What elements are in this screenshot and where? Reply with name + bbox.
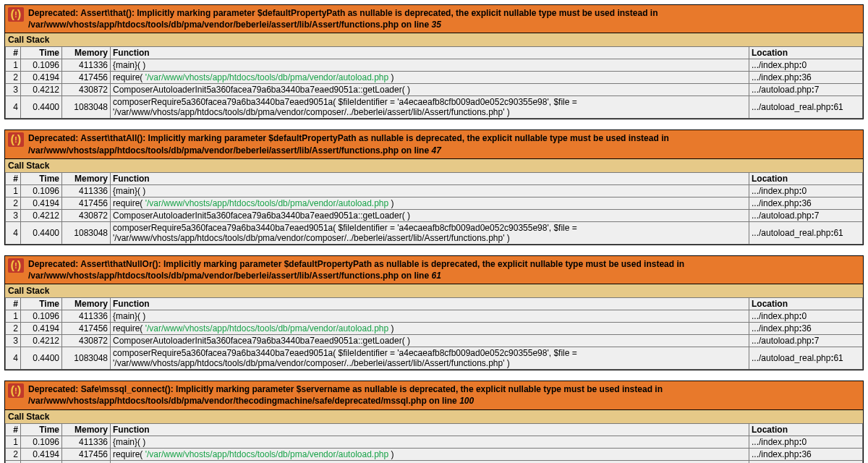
svg-text:): ) — [17, 7, 22, 21]
fn-text-post: ) — [388, 72, 393, 82]
table-row: 30.4212430872ComposerAutoloaderInit5a360… — [6, 335, 863, 347]
cell-location: .../index.php:0 — [749, 184, 863, 197]
cell-index: 3 — [6, 335, 21, 347]
svg-text:): ) — [17, 258, 22, 272]
col-header-time: Time — [21, 298, 62, 310]
col-header-function: Function — [111, 298, 749, 310]
table-row: 40.44001083048composerRequire5a360facea7… — [6, 221, 863, 244]
cell-time: 0.1096 — [21, 310, 62, 323]
cell-function: require( '/var/www/vhosts/app/htdocs/too… — [111, 323, 749, 335]
fn-file-link[interactable]: '/var/www/vhosts/app/htdocs/tools/db/pma… — [145, 323, 389, 334]
loc-line: 7 — [814, 211, 820, 221]
callstack-table: #TimeMemoryFunctionLocation10.1096411336… — [5, 172, 863, 245]
cell-index: 4 — [6, 221, 21, 244]
cell-time: 0.4194 — [21, 323, 62, 335]
cell-index: 1 — [6, 436, 21, 448]
loc-path: .../index.php — [752, 449, 799, 459]
cell-index: 3 — [6, 84, 21, 96]
table-row: 20.4194417456require( '/var/www/vhosts/a… — [6, 197, 863, 209]
callstack-header: Call Stack — [5, 284, 863, 297]
fn-file-link[interactable]: '/var/www/vhosts/app/htdocs/tools/db/pma… — [145, 449, 389, 459]
fn-text: composerRequire5a360facea79a6ba3440ba7ea… — [113, 223, 577, 243]
cell-location: .../autoload_real.php:61 — [749, 96, 863, 119]
loc-line: 36 — [801, 449, 811, 459]
error-prefix: Deprecated: Assert\thatNullOr(): Implici… — [28, 259, 684, 269]
fn-text: require( — [113, 449, 145, 459]
loc-line: 7 — [814, 85, 820, 95]
cell-index: 2 — [6, 72, 21, 84]
cell-time: 0.4194 — [21, 197, 62, 209]
table-row: 40.44001083048composerRequire5a360facea7… — [6, 347, 863, 370]
fn-text: ComposerAutoloaderInit5a360facea79a6ba34… — [113, 211, 410, 221]
fn-file-link[interactable]: '/var/www/vhosts/app/htdocs/tools/db/pma… — [145, 72, 389, 82]
loc-path: .../index.php — [752, 72, 799, 82]
cell-time: 0.4400 — [21, 96, 62, 119]
table-row: 30.4212430872ComposerAutoloaderInit5a360… — [6, 84, 863, 96]
cell-index: 1 — [6, 310, 21, 323]
col-header-n: # — [6, 172, 21, 184]
col-header-time: Time — [21, 47, 62, 59]
svg-text:): ) — [17, 383, 22, 397]
cell-memory: 430872 — [62, 84, 111, 96]
fn-text-post: ) — [388, 198, 393, 208]
cell-function: composerRequire5a360facea79a6ba3440ba7ea… — [111, 347, 749, 370]
loc-path: .../index.php — [752, 311, 799, 321]
cell-memory: 411336 — [62, 310, 111, 323]
cell-memory: 411336 — [62, 436, 111, 448]
loc-line: 36 — [801, 198, 811, 208]
cell-function: require( '/var/www/vhosts/app/htdocs/too… — [111, 197, 749, 209]
cell-index: 1 — [6, 184, 21, 197]
fn-text-post: ) — [388, 323, 393, 334]
error-line-number: 47 — [431, 145, 441, 156]
error-message-row: (!)Deprecated: Safe\mssql_connect(): Imp… — [5, 381, 863, 409]
cell-index: 4 — [6, 347, 21, 370]
error-online: on line — [399, 145, 431, 156]
cell-memory: 1083048 — [62, 347, 111, 370]
error-line-number: 61 — [431, 271, 441, 281]
error-prefix: Deprecated: Safe\mssql_connect(): Implic… — [28, 384, 663, 394]
fn-text: require( — [113, 72, 145, 82]
cell-index: 2 — [6, 197, 21, 209]
col-header-time: Time — [21, 423, 62, 436]
cell-location: .../autoload_real.php:61 — [749, 221, 863, 244]
col-header-function: Function — [111, 423, 749, 436]
cell-time: 0.4212 — [21, 460, 62, 463]
table-row: 10.1096411336{main}( ).../index.php:0 — [6, 184, 863, 197]
cell-location: .../index.php:36 — [749, 448, 863, 460]
loc-path: .../index.php — [752, 186, 799, 196]
cell-time: 0.4194 — [21, 448, 62, 460]
table-row: 10.1096411336{main}( ).../index.php:0 — [6, 310, 863, 323]
warning-icon: (!) — [8, 258, 24, 273]
loc-path: .../autoload_real.php — [752, 228, 830, 238]
cell-function: {main}( ) — [111, 59, 749, 72]
fn-text: {main}( ) — [113, 311, 145, 321]
cell-location: .../index.php:0 — [749, 310, 863, 323]
col-header-function: Function — [111, 172, 749, 184]
fn-file-link[interactable]: '/var/www/vhosts/app/htdocs/tools/db/pma… — [145, 198, 389, 208]
col-header-n: # — [6, 298, 21, 310]
cell-location: .../index.php:36 — [749, 72, 863, 84]
fn-text-post: ) — [388, 449, 393, 459]
error-file: /var/www/vhosts/app/htdocs/tools/db/pma/… — [28, 271, 399, 281]
error-prefix: Deprecated: Assert\that(): Implicitly ma… — [28, 8, 658, 18]
table-row: 40.44001083048composerRequire5a360facea7… — [6, 96, 863, 119]
loc-line: 0 — [801, 437, 807, 447]
table-row: 20.4194417456require( '/var/www/vhosts/a… — [6, 448, 863, 460]
cell-memory: 417456 — [62, 197, 111, 209]
col-header-location: Location — [749, 172, 863, 184]
col-header-n: # — [6, 47, 21, 59]
loc-path: .../index.php — [752, 323, 799, 334]
cell-memory: 417456 — [62, 72, 111, 84]
cell-location: .../autoload_real.php:61 — [749, 347, 863, 370]
cell-location: .../index.php:36 — [749, 197, 863, 209]
loc-line: 36 — [801, 323, 811, 334]
xdebug-error-block: (!)Deprecated: Assert\thatAll(): Implici… — [4, 129, 864, 245]
cell-location: .../index.php:36 — [749, 323, 863, 335]
cell-time: 0.4400 — [21, 221, 62, 244]
loc-path: .../index.php — [752, 198, 799, 208]
cell-index: 2 — [6, 448, 21, 460]
cell-memory: 430872 — [62, 335, 111, 347]
cell-time: 0.4194 — [21, 72, 62, 84]
loc-path: .../autoload.php — [752, 211, 812, 221]
cell-time: 0.4212 — [21, 209, 62, 221]
